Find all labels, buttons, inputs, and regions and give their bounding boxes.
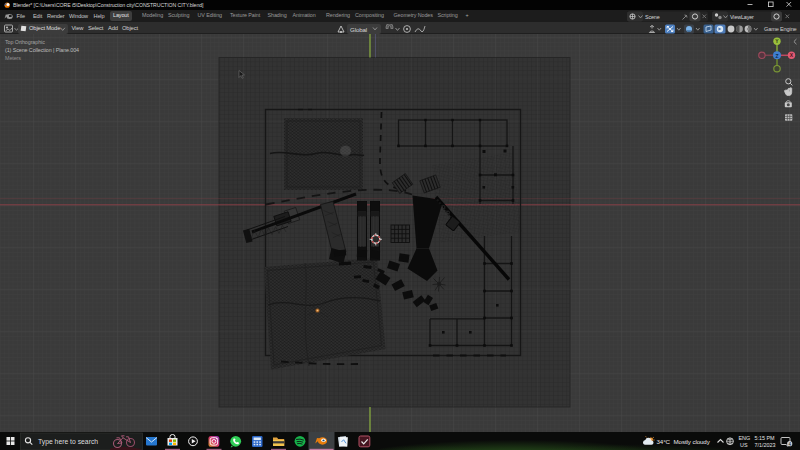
svg-text:Global: Global [350, 25, 367, 32]
svg-text:Scene: Scene [645, 13, 660, 19]
svg-text:Meters: Meters [5, 55, 21, 61]
svg-text:Top Orthographic: Top Orthographic [5, 39, 45, 45]
svg-text:7/1/2023: 7/1/2023 [755, 442, 776, 448]
svg-text:(1) Scene Collection | Plane.0: (1) Scene Collection | Plane.004 [5, 47, 79, 53]
svg-text:ViewLayer: ViewLayer [730, 13, 754, 19]
svg-text:Z: Z [775, 53, 778, 59]
svg-text:ENG: ENG [739, 435, 751, 441]
svg-text:Mostly cloudy: Mostly cloudy [674, 438, 711, 445]
svg-text:US: US [740, 442, 748, 448]
svg-text:5:15 PM: 5:15 PM [755, 435, 776, 441]
svg-text:34°C: 34°C [657, 438, 671, 445]
svg-text:Type here to search: Type here to search [38, 438, 98, 446]
svg-text:4: 4 [788, 442, 791, 447]
